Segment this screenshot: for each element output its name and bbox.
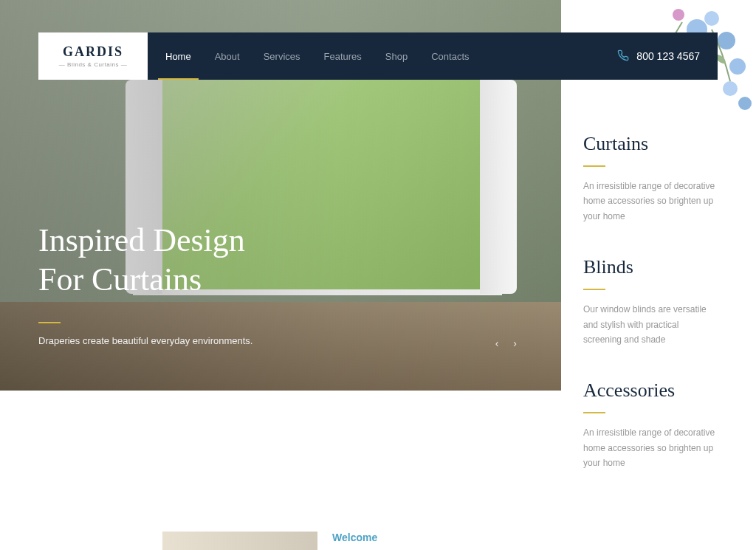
hero-title: Inspired Design For Curtains	[38, 221, 517, 300]
logo-tagline: — Blinds & Curtains —	[59, 61, 127, 68]
welcome-image-strip	[162, 532, 317, 550]
nav-item-home[interactable]: Home	[165, 33, 191, 80]
nav-item-services[interactable]: Services	[264, 33, 300, 80]
svg-point-2	[673, 9, 684, 21]
category-accessories[interactable]: Accessories An irresistible range of dec…	[583, 379, 718, 470]
category-title: Curtains	[583, 133, 718, 155]
category-title: Blinds	[583, 256, 718, 278]
category-desc: An irresistible range of decorative home…	[583, 179, 718, 224]
svg-point-1	[704, 11, 719, 26]
phone-number: 800 123 4567	[636, 50, 700, 62]
site-header: GARDIS — Blinds & Curtains — Home About …	[38, 32, 718, 80]
svg-point-4	[729, 58, 746, 75]
category-blinds[interactable]: Blinds Our window blinds are versatile a…	[583, 256, 718, 347]
hero-subtitle: Draperies create beautiful everyday envi…	[38, 335, 517, 346]
hero-content: Inspired Design For Curtains Draperies c…	[38, 221, 517, 346]
logo[interactable]: GARDIS — Blinds & Curtains —	[38, 32, 148, 80]
phone-icon	[617, 49, 629, 63]
nav-item-shop[interactable]: Shop	[385, 33, 408, 80]
category-divider	[583, 412, 605, 413]
hero-title-line1: Inspired Design	[38, 222, 245, 258]
slider-navigation: ‹ ›	[495, 337, 517, 349]
category-divider	[583, 289, 605, 290]
svg-point-3	[718, 32, 735, 49]
category-curtains[interactable]: Curtains An irresistible range of decora…	[583, 133, 718, 224]
hero-title-line2: For Curtains	[38, 261, 202, 298]
logo-text: GARDIS	[63, 44, 123, 60]
nav-links: Home About Services Features Shop Contac…	[165, 33, 470, 80]
header-phone[interactable]: 800 123 4567	[617, 49, 700, 63]
nav-item-features[interactable]: Features	[324, 33, 362, 80]
svg-point-5	[723, 81, 738, 96]
nav-bar: Home About Services Features Shop Contac…	[148, 32, 718, 80]
slider-next-arrow[interactable]: ›	[513, 337, 517, 349]
hero-divider	[38, 322, 61, 323]
category-title: Accessories	[583, 379, 718, 402]
category-divider	[583, 165, 605, 167]
category-sidebar: Curtains An irresistible range of decora…	[583, 133, 718, 471]
nav-item-contacts[interactable]: Contacts	[431, 33, 469, 80]
category-desc: An irresistible range of decorative home…	[583, 425, 718, 470]
slider-prev-arrow[interactable]: ‹	[495, 337, 499, 349]
welcome-label: Welcome	[332, 532, 377, 543]
svg-point-6	[738, 97, 752, 110]
category-desc: Our window blinds are versatile and styl…	[583, 302, 718, 347]
nav-item-about[interactable]: About	[215, 33, 240, 80]
